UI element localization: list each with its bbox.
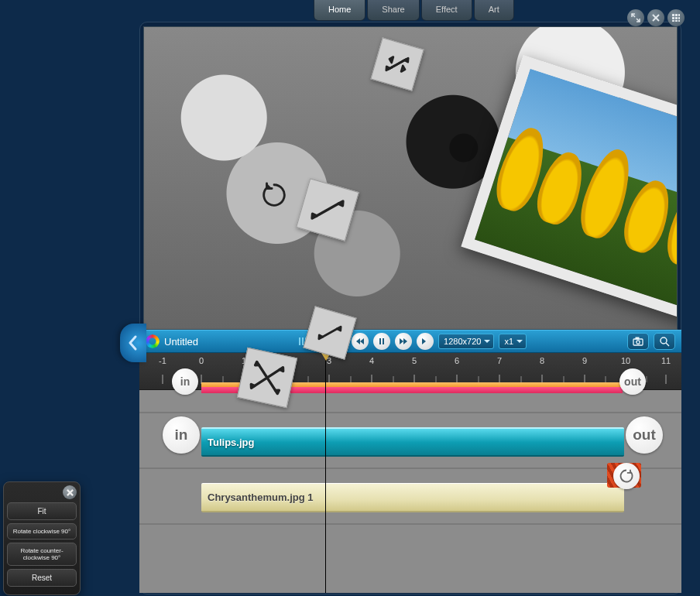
fit-button[interactable]: Fit: [7, 502, 77, 520]
svg-point-14: [661, 337, 667, 344]
svg-rect-3: [672, 17, 674, 19]
resolution-select[interactable]: 1280x720: [438, 334, 494, 349]
ruler-tick: 0: [199, 356, 204, 365]
clip-label: Chrysanthemum.jpg 1: [208, 492, 314, 503]
svg-point-12: [637, 341, 640, 344]
transform-panel: Fit Rotate clockwise 90° Rotate counter-…: [3, 481, 81, 595]
forward-button[interactable]: [395, 333, 412, 350]
ruler-tick: 11: [661, 356, 671, 365]
svg-rect-1: [675, 14, 678, 16]
svg-rect-9: [379, 338, 381, 344]
tab-home[interactable]: Home: [314, 0, 365, 21]
svg-rect-6: [672, 20, 674, 22]
app-logo-icon: [146, 334, 160, 348]
tab-art[interactable]: Art: [474, 0, 514, 21]
rotate-cw-button[interactable]: Rotate clockwise 90°: [7, 523, 77, 539]
svg-rect-10: [383, 338, 384, 344]
rewind-button[interactable]: [352, 333, 369, 350]
svg-rect-2: [678, 14, 680, 16]
out-marker-small[interactable]: out: [619, 368, 646, 395]
track-row-1[interactable]: Tulips.jpg: [139, 413, 681, 468]
clip-chrysanthemum[interactable]: Chrysanthemum.jpg 1: [201, 483, 624, 512]
svg-rect-13: [636, 337, 639, 339]
pause-button[interactable]: [373, 333, 390, 350]
ruler-tick: 5: [412, 356, 417, 365]
close-panel-icon[interactable]: [63, 485, 77, 499]
svg-rect-7: [675, 20, 678, 22]
ruler-tick: 9: [582, 356, 587, 365]
svg-rect-5: [678, 17, 680, 19]
ruler-tick: 7: [497, 356, 502, 365]
ruler-tick: -1: [159, 356, 166, 365]
rotate-ccw-button[interactable]: Rotate counter-clockwise 90°: [7, 543, 77, 566]
track-row-0: [139, 390, 681, 412]
in-marker-big[interactable]: in: [163, 416, 200, 454]
playhead[interactable]: [325, 353, 326, 593]
speed-select[interactable]: x1: [499, 334, 527, 349]
zoom-button[interactable]: [654, 333, 675, 350]
tab-share[interactable]: Share: [367, 0, 419, 21]
track-row-3[interactable]: [139, 525, 681, 591]
svg-rect-0: [672, 14, 674, 16]
control-bar: Untitled 1280x720 x1: [139, 330, 681, 353]
ruler-tick: 10: [621, 356, 630, 365]
go-end-button[interactable]: [417, 333, 434, 350]
main-tabs: Home Share Effect Art: [314, 0, 514, 21]
clip-tulips[interactable]: Tulips.jpg: [201, 427, 624, 457]
project-title: Untitled: [164, 336, 198, 348]
track-row-2[interactable]: Chrysanthemum.jpg 1: [139, 469, 681, 523]
svg-rect-8: [678, 20, 680, 22]
reset-button[interactable]: Reset: [7, 569, 77, 587]
expand-sidebar-button[interactable]: [120, 324, 146, 362]
ruler-tick: 8: [540, 356, 544, 365]
effects-loop-icon[interactable]: [613, 463, 640, 489]
rotate-handle-icon[interactable]: [252, 173, 296, 217]
window-controls: [627, 9, 685, 26]
grid-icon[interactable]: [667, 9, 685, 26]
ruler-tick: 6: [455, 356, 459, 365]
snapshot-button[interactable]: [627, 333, 649, 350]
ruler-tick: 4: [369, 356, 374, 365]
in-marker-small[interactable]: in: [172, 368, 198, 395]
move-handle-icon[interactable]: [237, 348, 297, 408]
out-marker-big[interactable]: out: [626, 416, 663, 454]
svg-rect-4: [675, 17, 678, 19]
close-icon[interactable]: [647, 9, 664, 26]
clip-label: Tulips.jpg: [208, 437, 254, 448]
tab-effect[interactable]: Effect: [421, 0, 472, 21]
tracks-area: Tulips.jpg Chrysanthemum.jpg 1: [139, 390, 681, 593]
fullscreen-icon[interactable]: [627, 9, 644, 26]
